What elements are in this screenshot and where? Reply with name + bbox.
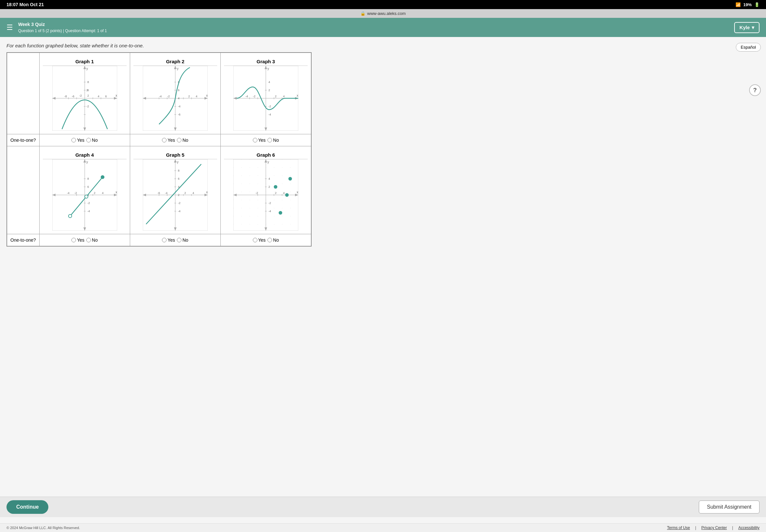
svg-text:-4: -4 <box>268 113 271 116</box>
graph-row-1-headers: Graph 1 <box>7 53 311 134</box>
svg-text:x: x <box>115 190 117 194</box>
radio-no-graph6[interactable]: No <box>267 237 279 243</box>
radio-yes-graph1[interactable]: Yes <box>71 138 84 143</box>
copyright-bar: © 2024 McGraw Hill LLC. All Rights Reser… <box>0 523 766 532</box>
accessibility-link[interactable]: Accessibility <box>738 526 760 530</box>
svg-text:4: 4 <box>283 191 285 195</box>
graph-1-header-cell: Graph 1 <box>39 53 130 134</box>
svg-text:-2: -2 <box>268 201 271 205</box>
svg-text:2: 2 <box>184 191 186 195</box>
wifi-icon: 📶 <box>736 2 741 7</box>
graph-4-header-cell: Graph 4 x y <box>39 146 130 234</box>
radio-yes-input-graph1[interactable] <box>71 138 76 142</box>
terms-link[interactable]: Terms of Use <box>667 526 690 530</box>
svg-text:6: 6 <box>87 89 89 92</box>
radio-no-input-graph6[interactable] <box>267 238 272 242</box>
svg-text:4: 4 <box>98 95 99 98</box>
radio-yes-graph6[interactable]: Yes <box>253 237 266 243</box>
status-time-date: 18:07 Mon Oct 21 <box>6 2 44 7</box>
radio-row-2: One-to-one? Yes No Yes <box>7 234 311 247</box>
separator-2: | <box>732 526 733 530</box>
svg-text:6: 6 <box>87 185 89 188</box>
radio-no-input-graph1[interactable] <box>86 138 91 142</box>
graph-3-svg: x y 2 -2 4 -4 -2 -4 2 4 <box>233 66 298 131</box>
radio-yes-graph3[interactable]: Yes <box>253 138 266 143</box>
svg-text:y: y <box>267 160 269 164</box>
radio-no-graph5[interactable]: No <box>177 237 188 243</box>
submit-assignment-button[interactable]: Submit Assignment <box>699 501 760 514</box>
graph-5-svg: x y 8 6 4 2 -2 -4 <box>143 159 208 231</box>
one-to-one-label-2: One-to-one? <box>7 234 39 247</box>
battery-icon: 🔋 <box>754 2 760 7</box>
main-content: For each function graphed below, state w… <box>0 37 318 253</box>
svg-text:x: x <box>206 190 208 194</box>
graph-2-svg: x y 8 6 4 -4 -6 2 4 <box>143 66 208 131</box>
svg-text:2: 2 <box>268 185 270 188</box>
radio-no-graph2[interactable]: No <box>177 138 188 143</box>
graph-6-header-cell: Graph 6 x <box>220 146 311 234</box>
radio-yes-graph4[interactable]: Yes <box>71 237 84 243</box>
radio-group-graph4: Yes No <box>43 237 127 243</box>
svg-text:-4: -4 <box>165 191 167 195</box>
graph-5-label: Graph 5 <box>133 150 217 159</box>
quiz-meta: Question 1 of 5 (2 points) | Question At… <box>18 28 107 34</box>
svg-text:6: 6 <box>178 177 179 180</box>
svg-text:-6: -6 <box>157 191 160 195</box>
radio-cell-graph2: Yes No <box>130 134 220 146</box>
radio-group-graph6: Yes No <box>224 237 308 243</box>
graph-2-label: Graph 2 <box>133 56 217 66</box>
continue-button[interactable]: Continue <box>6 500 48 514</box>
status-right-icons: 📶 19% 🔋 <box>736 2 760 7</box>
svg-text:2: 2 <box>188 95 190 98</box>
radio-cell-graph6: Yes No <box>220 234 311 247</box>
question-table: Graph 1 <box>6 52 311 247</box>
svg-point-159 <box>273 185 277 189</box>
radio-no-input-graph5[interactable] <box>177 238 181 242</box>
url-text: www-awu.aleks.com <box>367 11 406 16</box>
help-button[interactable]: ? <box>749 84 761 96</box>
radio-no-graph4[interactable]: No <box>86 237 98 243</box>
radio-no-input-graph4[interactable] <box>86 238 91 242</box>
svg-text:-2: -2 <box>268 105 271 108</box>
radio-cell-graph4: Yes No <box>39 234 130 247</box>
svg-point-102 <box>68 214 72 218</box>
radio-no-input-graph2[interactable] <box>177 138 181 142</box>
graph-2-header-cell: Graph 2 x y <box>130 53 220 134</box>
svg-text:2: 2 <box>87 94 89 97</box>
espanol-button[interactable]: Español <box>736 43 761 52</box>
quiz-name: Week 3 Quiz <box>18 21 107 28</box>
svg-text:8: 8 <box>87 80 89 84</box>
radio-no-graph3[interactable]: No <box>267 138 279 143</box>
svg-text:-2: -2 <box>253 95 255 98</box>
radio-yes-graph2[interactable]: Yes <box>162 138 175 143</box>
svg-text:-4: -4 <box>87 210 90 213</box>
svg-text:6: 6 <box>178 89 179 92</box>
url-bar: 🔒 www-awu.aleks.com <box>0 9 766 18</box>
svg-text:y: y <box>177 160 178 164</box>
radio-yes-input-graph2[interactable] <box>162 138 166 142</box>
svg-text:-2: -2 <box>178 201 180 205</box>
radio-group-graph5: Yes No <box>133 237 217 243</box>
battery-percentage: 19% <box>743 2 752 7</box>
svg-text:2: 2 <box>268 89 270 92</box>
radio-yes-graph5[interactable]: Yes <box>162 237 175 243</box>
menu-button[interactable]: ☰ <box>6 23 13 32</box>
user-menu-button[interactable]: Kyle ▾ <box>734 22 760 33</box>
one-to-one-label-1: One-to-one? <box>7 134 39 146</box>
radio-yes-input-graph6[interactable] <box>253 238 257 242</box>
svg-text:2: 2 <box>94 191 95 195</box>
radio-no-input-graph3[interactable] <box>267 138 272 142</box>
radio-group-graph3: Yes No <box>224 138 308 143</box>
svg-text:x: x <box>297 190 298 194</box>
radio-yes-input-graph3[interactable] <box>253 138 257 142</box>
svg-text:y: y <box>267 67 269 70</box>
svg-text:4: 4 <box>178 97 179 100</box>
radio-cell-graph5: Yes No <box>130 234 220 247</box>
svg-point-103 <box>85 195 88 198</box>
radio-yes-input-graph4[interactable] <box>71 238 76 242</box>
privacy-link[interactable]: Privacy Center <box>701 526 727 530</box>
radio-no-graph1[interactable]: No <box>86 138 98 143</box>
svg-text:-2: -2 <box>74 191 77 195</box>
radio-yes-input-graph5[interactable] <box>162 238 166 242</box>
graph-1-svg: x y 2 -2 2 -2 8 6 -6 -8 4 6 <box>52 66 117 131</box>
